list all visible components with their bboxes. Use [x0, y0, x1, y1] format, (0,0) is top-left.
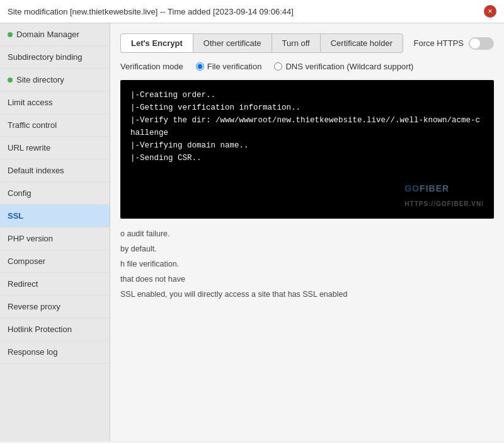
sidebar-item-php-version[interactable]: PHP version: [0, 227, 110, 250]
force-https-label: Force HTTPS: [414, 38, 464, 48]
tab-certificate-holder[interactable]: Certificate holder: [320, 33, 403, 53]
info-text-line: SSL enabled, you will directly access a …: [120, 288, 494, 301]
sidebar-item-label: Reverse proxy: [8, 302, 60, 311]
sidebar-item-label: Config: [8, 188, 32, 198]
sidebar-item-hotlink-protection[interactable]: Hotlink Protection: [0, 318, 110, 341]
console-line: |-Sending CSR..: [130, 152, 484, 164]
sidebar-item-limit-access[interactable]: Limit access: [0, 91, 110, 114]
info-text-line: h file verification.: [120, 258, 494, 270]
console-line: |-Verifying domain name..: [130, 139, 484, 152]
modal-title: Site modification [new.thietkewebsite.li…: [8, 7, 294, 16]
sidebar-item-label: Hotlink Protection: [8, 325, 72, 334]
modal-overlay: Site modification [new.thietkewebsite.li…: [0, 0, 504, 443]
console-line: |-Getting verification information..: [130, 101, 484, 114]
file-verification-label: File verification: [207, 62, 262, 71]
file-verification-option[interactable]: File verification: [196, 62, 262, 71]
sidebar-item-label: PHP version: [8, 234, 53, 243]
sidebar-item-site-directory[interactable]: Site directory: [0, 69, 110, 91]
sidebar-item-label: Subdirectory binding: [8, 52, 83, 62]
verification-label: Verification mode: [120, 62, 183, 71]
console-block: |-Creating order..|-Getting verification…: [120, 80, 494, 219]
sidebar-item-label: Limit access: [8, 98, 53, 107]
sidebar-item-label: Site directory: [16, 75, 64, 84]
tab-let's-encrypt[interactable]: Let's Encrypt: [120, 33, 193, 53]
sidebar-item-ssl[interactable]: SSL: [0, 205, 110, 227]
sidebar-item-domain-manager[interactable]: Domain Manager: [0, 23, 110, 46]
sidebar-item-subdirectory-binding[interactable]: Subdirectory binding: [0, 46, 110, 69]
modal-body: Domain ManagerSubdirectory bindingSite d…: [0, 23, 504, 441]
sidebar-item-reverse-proxy[interactable]: Reverse proxy: [0, 296, 110, 318]
close-button[interactable]: ×: [484, 5, 496, 18]
modal-titlebar: Site modification [new.thietkewebsite.li…: [0, 0, 504, 23]
sidebar-item-traffic-control[interactable]: Traffic control: [0, 114, 110, 137]
toggle-knob: [470, 38, 480, 49]
tab-other-certificate[interactable]: Other certificate: [193, 33, 272, 53]
force-https-toggle[interactable]: [469, 37, 494, 50]
tab-turn-off[interactable]: Turn off: [272, 33, 320, 53]
sidebar-item-label: Composer: [8, 256, 45, 266]
dns-verification-option[interactable]: DNS verification (Wildcard support): [274, 62, 413, 71]
sidebar-item-label: SSL: [8, 211, 23, 221]
console-line: |-Creating order..: [130, 89, 484, 101]
sidebar-item-label: Redirect: [8, 279, 38, 289]
sidebar-item-label: URL rewrite: [8, 143, 50, 152]
main-content: Let's EncryptOther certificateTurn offCe…: [110, 23, 504, 441]
watermark-go: GO: [404, 183, 420, 193]
watermark: GOFIBER HTTPS://GOFIBER.VN/: [404, 181, 484, 210]
status-dot: [8, 32, 13, 37]
sidebar-item-label: Default indexes: [8, 166, 64, 175]
tab-bar: Let's EncryptOther certificateTurn offCe…: [120, 33, 494, 53]
sidebar-item-label: Response log: [8, 347, 58, 357]
force-https-wrap: Force HTTPS: [414, 37, 494, 50]
info-text-line: that does not have: [120, 273, 494, 285]
console-line: |-Verify the dir: /www/wwwroot/new.thiet…: [130, 114, 484, 139]
dns-verification-label: DNS verification (Wildcard support): [285, 62, 413, 71]
modal-window: Site modification [new.thietkewebsite.li…: [0, 0, 504, 443]
dns-verification-radio[interactable]: [274, 62, 282, 71]
verification-row: Verification mode File verification DNS …: [120, 62, 494, 71]
sidebar-item-default-indexes[interactable]: Default indexes: [0, 159, 110, 182]
file-verification-radio[interactable]: [196, 62, 204, 71]
watermark-fiber: FIBER: [420, 183, 449, 193]
sidebar: Domain ManagerSubdirectory bindingSite d…: [0, 23, 110, 441]
sidebar-item-label: Domain Manager: [16, 30, 79, 39]
sidebar-item-label: Traffic control: [8, 120, 57, 130]
sidebar-item-redirect[interactable]: Redirect: [0, 273, 110, 296]
info-text-line: by default.: [120, 243, 494, 255]
status-dot: [8, 78, 13, 83]
watermark-url: HTTPS://GOFIBER.VN/: [404, 200, 484, 207]
sidebar-item-url-rewrite[interactable]: URL rewrite: [0, 137, 110, 159]
sidebar-item-composer[interactable]: Composer: [0, 250, 110, 273]
sidebar-item-config[interactable]: Config: [0, 182, 110, 205]
info-text-line: o audit failure.: [120, 227, 494, 240]
sidebar-item-response-log[interactable]: Response log: [0, 341, 110, 364]
info-text-block: o audit failure.by default.h file verifi…: [120, 227, 494, 301]
